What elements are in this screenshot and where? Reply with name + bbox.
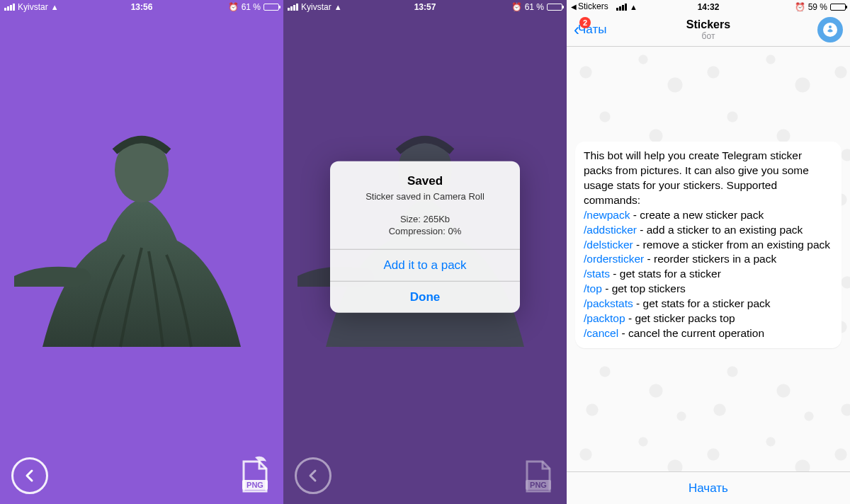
- carrier-label: Kyivstar: [18, 2, 48, 12]
- start-button[interactable]: Начать: [567, 471, 850, 504]
- back-button[interactable]: [11, 457, 48, 494]
- status-bar: Kyivstar ▲ 13:57 ⏰ 61 %: [283, 0, 567, 13]
- status-bar: Kyivstar ▲ 13:56 ⏰ 61 %: [0, 0, 283, 13]
- bot-message: This bot will help you create Telegram s…: [575, 142, 842, 348]
- status-bar: ▲ 14:32 ⏰ 59 %: [567, 0, 850, 13]
- command-desc: - create a new sticker pack: [630, 209, 764, 221]
- bot-command[interactable]: /packstats: [584, 297, 633, 309]
- chevron-left-icon: [23, 469, 37, 483]
- bot-command[interactable]: /newpack: [584, 209, 630, 221]
- status-time: 13:57: [414, 2, 436, 12]
- alert-compression: Compression: 0%: [341, 225, 509, 238]
- battery-pct: 61 %: [525, 2, 544, 12]
- back-button: [295, 457, 332, 494]
- command-desc: - add a sticker to an existing pack: [637, 224, 803, 236]
- bot-command[interactable]: /ordersticker: [584, 253, 644, 265]
- screen-save-dialog: Kyivstar ▲ 13:57 ⏰ 61 % PNG: [283, 0, 567, 504]
- command-desc: - reorder stickers in a pack: [644, 253, 776, 265]
- alarm-icon: ⏰: [511, 2, 522, 12]
- svg-point-7: [829, 25, 832, 28]
- status-time: 13:56: [131, 2, 153, 12]
- carrier-label: Kyivstar: [301, 2, 332, 12]
- command-desc: - get top stickers: [602, 282, 686, 294]
- done-button[interactable]: Done: [330, 280, 520, 312]
- bot-command[interactable]: /delsticker: [584, 239, 633, 251]
- chat-title: Stickers: [686, 18, 730, 31]
- command-desc: - get stats for a sticker: [610, 268, 721, 280]
- command-desc: - get stats for a sticker pack: [633, 297, 771, 309]
- signal-icon: [288, 4, 298, 11]
- wifi-icon: ▲: [630, 3, 638, 11]
- command-desc: - remove a sticker from an existing pack: [633, 239, 830, 251]
- bot-avatar[interactable]: [817, 17, 843, 42]
- add-to-pack-button[interactable]: Add it to a pack: [330, 248, 520, 280]
- battery-pct: 61 %: [242, 2, 261, 12]
- export-png-button: PNG: [521, 456, 555, 496]
- sticker-image: [0, 120, 283, 354]
- status-time: 14:32: [698, 2, 720, 12]
- bot-command[interactable]: /top: [584, 282, 602, 294]
- bot-command[interactable]: /stats: [584, 268, 610, 280]
- bot-command[interactable]: /addsticker: [584, 224, 637, 236]
- alert-size: Size: 265Kb: [341, 212, 509, 225]
- export-png-button[interactable]: PNG: [238, 456, 272, 496]
- chevron-left-icon: [306, 469, 320, 483]
- chevron-left-icon: ◀: [571, 3, 577, 11]
- unread-badge: 2: [579, 17, 591, 28]
- command-desc: - get sticker packs top: [625, 312, 735, 324]
- breadcrumb-back-to-app[interactable]: ◀ Stickers: [571, 1, 608, 11]
- screen-sticker-preview: Kyivstar ▲ 13:56 ⏰ 61 %: [0, 0, 283, 504]
- sticker-bot-icon: [822, 22, 838, 38]
- alert-message: Sticker saved in Camera Roll: [341, 190, 509, 203]
- signal-icon: [616, 4, 627, 11]
- bot-command[interactable]: /cancel: [584, 327, 618, 339]
- screen-telegram-bot: ▲ 14:32 ⏰ 59 % ◀ Stickers ‹ 2 Чаты Stick…: [567, 0, 850, 504]
- wifi-icon: ▲: [51, 3, 59, 11]
- alarm-icon: ⏰: [228, 2, 239, 12]
- saved-alert: Saved Sticker saved in Camera Roll Size:…: [330, 161, 520, 313]
- chat-header: ‹ 2 Чаты Stickers бот: [567, 13, 850, 47]
- wifi-icon: ▲: [334, 3, 342, 11]
- chat-subtitle: бот: [686, 31, 730, 41]
- battery-icon: [547, 4, 562, 11]
- battery-icon: [264, 4, 279, 11]
- signal-icon: [4, 4, 15, 11]
- message-intro: This bot will help you create Telegram s…: [584, 149, 809, 206]
- svg-text:PNG: PNG: [246, 481, 264, 489]
- battery-icon: [830, 4, 846, 11]
- command-desc: - cancel the current operation: [618, 327, 764, 339]
- back-to-chats[interactable]: ‹ 2 Чаты: [574, 20, 606, 40]
- battery-pct: 59 %: [808, 2, 827, 12]
- alarm-icon: ⏰: [795, 2, 805, 12]
- svg-text:PNG: PNG: [530, 481, 547, 489]
- bot-command[interactable]: /packtop: [584, 312, 625, 324]
- alert-title: Saved: [341, 174, 509, 188]
